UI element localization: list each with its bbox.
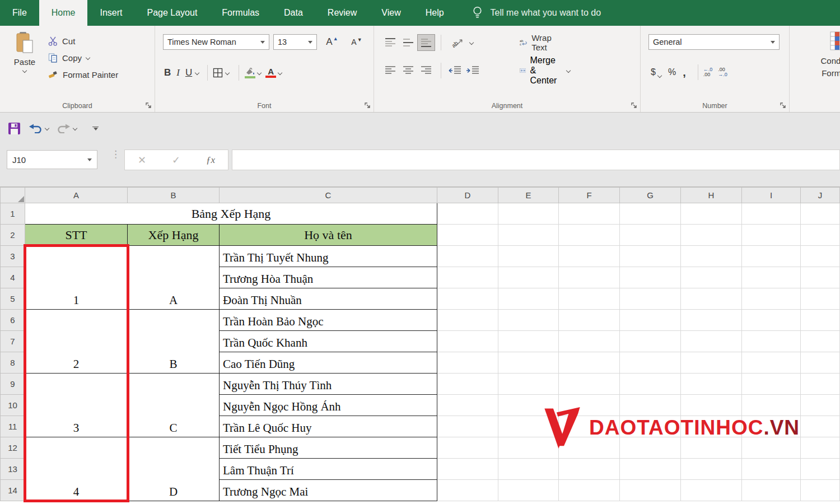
column-header-E[interactable]: E — [498, 188, 559, 203]
cell-D2[interactable] — [437, 225, 498, 246]
cell-D1[interactable] — [437, 203, 498, 225]
wrap-text-button[interactable]: ab c Wrap Text — [520, 34, 556, 52]
percent-style-button[interactable]: % — [668, 67, 676, 77]
cell-D6[interactable] — [437, 310, 498, 331]
tab-formulas[interactable]: Formulas — [209, 0, 272, 26]
cell-F8[interactable] — [559, 352, 620, 374]
increase-indent-button[interactable] — [464, 63, 481, 78]
cell-name-C8[interactable]: Cao Tiến Dũng — [220, 352, 437, 374]
copy-dropdown-icon[interactable] — [86, 55, 90, 60]
cell-stt-group2[interactable]: 2 — [25, 310, 128, 374]
tab-data[interactable]: Data — [272, 0, 315, 26]
cell-rank-group1[interactable]: A — [128, 246, 220, 310]
enter-icon[interactable]: ✓ — [172, 154, 180, 166]
cell-rank-group2[interactable]: B — [128, 310, 220, 374]
row-header-3[interactable]: 3 — [1, 246, 25, 267]
tab-page-layout[interactable]: Page Layout — [134, 0, 209, 26]
cell-I9[interactable] — [742, 374, 801, 395]
cell-G8[interactable] — [620, 352, 681, 374]
font-size-combo[interactable]: 13 — [273, 34, 317, 50]
row-header-5[interactable]: 5 — [1, 288, 25, 310]
clipboard-dialog-launcher-icon[interactable] — [146, 102, 152, 109]
column-header-A[interactable]: A — [25, 188, 128, 203]
paste-button[interactable]: Paste — [7, 31, 43, 96]
align-center-button[interactable] — [400, 63, 417, 78]
column-header-J[interactable]: J — [801, 188, 840, 203]
cell-H2[interactable] — [681, 225, 742, 246]
middle-align-button[interactable] — [400, 35, 417, 50]
cell-G14[interactable] — [620, 480, 681, 501]
column-header-I[interactable]: I — [742, 188, 801, 203]
align-left-button[interactable] — [382, 63, 399, 78]
cell-J13[interactable] — [801, 459, 840, 480]
tab-file[interactable]: File — [0, 0, 39, 26]
cell-I8[interactable] — [742, 352, 801, 374]
bold-button[interactable]: B — [164, 67, 171, 78]
cell-D10[interactable] — [437, 395, 498, 416]
cell-F13[interactable] — [559, 459, 620, 480]
cell-name-C3[interactable]: Trần Thị Tuyết Nhung — [220, 246, 437, 267]
cell-J11[interactable] — [801, 416, 840, 437]
cell-J10[interactable] — [801, 395, 840, 416]
cell-D12[interactable] — [437, 437, 498, 459]
cell-F1[interactable] — [559, 203, 620, 225]
cell-H6[interactable] — [681, 310, 742, 331]
cell-D5[interactable] — [437, 288, 498, 310]
cell-J1[interactable] — [801, 203, 840, 225]
customize-qat-button[interactable] — [92, 127, 99, 130]
number-dialog-launcher-icon[interactable] — [780, 102, 786, 109]
cell-stt-group1[interactable]: 1 — [25, 246, 128, 310]
paste-dropdown-icon[interactable] — [22, 68, 27, 73]
cell-H5[interactable] — [681, 288, 742, 310]
row-header-12[interactable]: 12 — [1, 437, 25, 459]
cell-E9[interactable] — [498, 374, 559, 395]
cell-I1[interactable] — [742, 203, 801, 225]
cell-F14[interactable] — [559, 480, 620, 501]
cell-title-A1[interactable]: Bảng Xếp Hạng — [25, 203, 437, 225]
font-color-dropdown-icon[interactable] — [278, 71, 282, 75]
cell-E1[interactable] — [498, 203, 559, 225]
cell-name-C10[interactable]: Nguyễn Ngọc Hồng Ánh — [220, 395, 437, 416]
redo-button[interactable] — [57, 123, 77, 133]
cell-name-C7[interactable]: Trần Quốc Khanh — [220, 331, 437, 352]
decrease-indent-button[interactable] — [446, 63, 463, 78]
row-header-7[interactable]: 7 — [1, 331, 25, 352]
fill-color-button[interactable] — [244, 68, 255, 78]
cell-D7[interactable] — [437, 331, 498, 352]
tab-review[interactable]: Review — [315, 0, 369, 26]
top-align-button[interactable] — [382, 35, 399, 50]
cell-I14[interactable] — [742, 480, 801, 501]
increase-font-size-button[interactable]: A▲ — [323, 36, 342, 48]
column-header-B[interactable]: B — [128, 188, 220, 203]
merge-center-button[interactable]: Merge & Center — [520, 62, 570, 80]
fill-color-dropdown-icon[interactable] — [257, 71, 262, 75]
cell-I6[interactable] — [742, 310, 801, 331]
cell-I5[interactable] — [742, 288, 801, 310]
cell-J5[interactable] — [801, 288, 840, 310]
cell-I3[interactable] — [742, 246, 801, 267]
cell-G6[interactable] — [620, 310, 681, 331]
cell-J12[interactable] — [801, 437, 840, 459]
row-header-4[interactable]: 4 — [1, 267, 25, 288]
insert-function-icon[interactable]: ƒx — [206, 155, 215, 166]
row-header-8[interactable]: 8 — [1, 352, 25, 374]
cell-D13[interactable] — [437, 459, 498, 480]
cell-G1[interactable] — [620, 203, 681, 225]
cell-H14[interactable] — [681, 480, 742, 501]
cell-J2[interactable] — [801, 225, 840, 246]
cell-E4[interactable] — [498, 267, 559, 288]
cell-F3[interactable] — [559, 246, 620, 267]
cell-H3[interactable] — [681, 246, 742, 267]
cell-name-C4[interactable]: Trương Hòa Thuận — [220, 267, 437, 288]
font-color-button[interactable]: A — [265, 68, 276, 78]
name-box[interactable]: J10 — [7, 150, 97, 169]
cell-F6[interactable] — [559, 310, 620, 331]
align-right-button[interactable] — [418, 63, 435, 78]
cell-I7[interactable] — [742, 331, 801, 352]
cell-G5[interactable] — [620, 288, 681, 310]
cell-stt-group4[interactable]: 4 — [25, 437, 128, 501]
format-painter-button[interactable]: Format Painter — [48, 66, 118, 83]
cell-H9[interactable] — [681, 374, 742, 395]
cell-I4[interactable] — [742, 267, 801, 288]
cell-header-rank[interactable]: Xếp Hạng — [128, 225, 220, 246]
